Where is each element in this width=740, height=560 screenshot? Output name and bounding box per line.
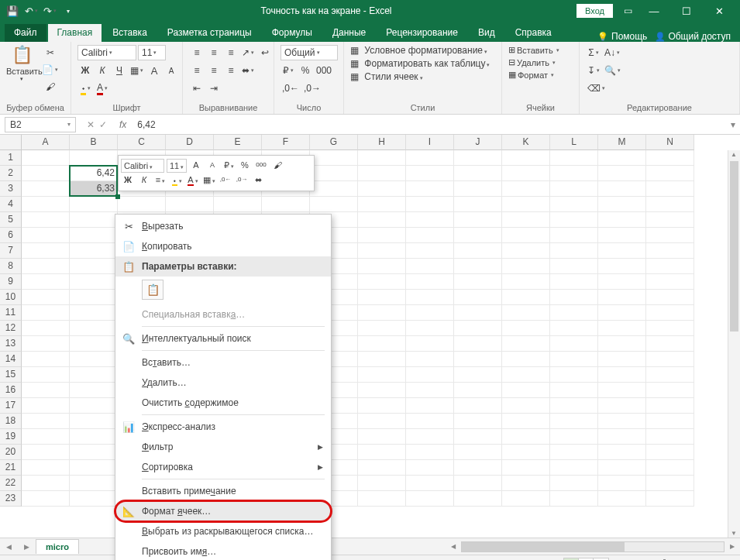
col-header[interactable]: G bbox=[310, 135, 358, 150]
row-header[interactable]: 23 bbox=[0, 491, 22, 507]
ctx-insert[interactable]: Вставить… bbox=[115, 352, 331, 373]
accounting-icon[interactable]: ₽ bbox=[281, 63, 296, 78]
maximize-button[interactable]: ☐ bbox=[670, 0, 703, 22]
cell[interactable] bbox=[502, 212, 550, 228]
ctx-copy[interactable]: 📄Копировать bbox=[115, 236, 331, 256]
paste-default-icon[interactable]: 📋 bbox=[142, 280, 163, 300]
cell[interactable] bbox=[358, 414, 406, 429]
cell[interactable] bbox=[406, 305, 454, 321]
cell[interactable] bbox=[358, 383, 406, 398]
col-header[interactable]: F bbox=[262, 135, 310, 150]
cell[interactable] bbox=[550, 212, 598, 228]
cell[interactable] bbox=[550, 352, 598, 367]
cell[interactable] bbox=[646, 150, 694, 166]
cell[interactable] bbox=[550, 429, 598, 445]
cell[interactable] bbox=[454, 398, 502, 414]
row-header[interactable]: 22 bbox=[0, 476, 22, 491]
cell[interactable] bbox=[358, 352, 406, 367]
cell[interactable] bbox=[502, 290, 550, 305]
mini-align-icon[interactable]: ≡ bbox=[153, 173, 167, 187]
column-headers[interactable]: ABCDEFGHIJKLMN bbox=[22, 135, 728, 150]
redo-icon[interactable]: ↷ bbox=[42, 3, 57, 19]
cell[interactable] bbox=[502, 150, 550, 166]
cell[interactable] bbox=[598, 290, 646, 305]
cell[interactable] bbox=[406, 445, 454, 460]
sheet-next-icon[interactable]: ▶ bbox=[18, 543, 36, 551]
mini-comma-icon[interactable]: 000 bbox=[254, 159, 268, 173]
mini-dec-decimal-icon[interactable]: ,0→ bbox=[235, 173, 249, 187]
cell[interactable]: 6,33 bbox=[70, 181, 118, 197]
cell[interactable] bbox=[70, 336, 118, 352]
cell[interactable] bbox=[502, 166, 550, 181]
mini-font-size[interactable]: 11 bbox=[167, 159, 187, 173]
cell[interactable] bbox=[646, 181, 694, 197]
col-header[interactable]: H bbox=[358, 135, 406, 150]
cell[interactable] bbox=[550, 336, 598, 352]
row-header[interactable]: 10 bbox=[0, 290, 22, 305]
cell[interactable] bbox=[22, 243, 70, 259]
bold-button[interactable]: Ж bbox=[77, 63, 93, 78]
mini-font-color-icon[interactable]: A bbox=[186, 173, 200, 187]
cell[interactable] bbox=[70, 476, 118, 491]
cell[interactable] bbox=[454, 383, 502, 398]
cell[interactable] bbox=[646, 274, 694, 290]
cell[interactable] bbox=[22, 429, 70, 445]
row-header[interactable]: 14 bbox=[0, 352, 22, 367]
cell[interactable] bbox=[454, 491, 502, 507]
cell[interactable] bbox=[454, 336, 502, 352]
cell[interactable] bbox=[22, 321, 70, 336]
tab-formulas[interactable]: Формулы bbox=[263, 24, 322, 42]
view-page-layout-icon[interactable]: ▥ bbox=[578, 558, 594, 561]
row-header[interactable]: 2 bbox=[0, 166, 22, 181]
cell[interactable] bbox=[406, 166, 454, 181]
row-header[interactable]: 12 bbox=[0, 321, 22, 336]
row-header[interactable]: 21 bbox=[0, 460, 22, 476]
cell[interactable] bbox=[22, 336, 70, 352]
cell[interactable] bbox=[22, 460, 70, 476]
clear-icon[interactable]: ⌫ bbox=[586, 81, 607, 96]
cell[interactable] bbox=[646, 476, 694, 491]
cell[interactable] bbox=[646, 445, 694, 460]
cell[interactable] bbox=[550, 491, 598, 507]
cell[interactable] bbox=[70, 197, 118, 212]
cell[interactable] bbox=[550, 367, 598, 383]
col-header[interactable]: B bbox=[70, 135, 118, 150]
cell[interactable] bbox=[358, 197, 406, 212]
col-header[interactable]: K bbox=[502, 135, 550, 150]
increase-indent-icon[interactable]: ⇥ bbox=[206, 81, 222, 96]
accept-input-icon[interactable]: ✓ bbox=[99, 119, 107, 130]
align-bottom-icon[interactable]: ≡ bbox=[223, 45, 239, 60]
cell[interactable] bbox=[358, 290, 406, 305]
cell[interactable] bbox=[70, 491, 118, 507]
cell[interactable] bbox=[502, 414, 550, 429]
ctx-cut[interactable]: ✂Вырезать bbox=[115, 216, 331, 236]
find-select-icon[interactable]: 🔍 bbox=[603, 63, 622, 78]
conditional-fmt-button[interactable]: Условное форматирование bbox=[364, 45, 487, 56]
cell[interactable] bbox=[598, 305, 646, 321]
cell[interactable] bbox=[454, 259, 502, 274]
tab-home[interactable]: Главная bbox=[48, 24, 102, 42]
fill-color-button[interactable]: ⬩ bbox=[77, 81, 93, 96]
cell[interactable] bbox=[406, 321, 454, 336]
row-header[interactable]: 3 bbox=[0, 181, 22, 197]
cell[interactable] bbox=[358, 476, 406, 491]
tab-view[interactable]: Вид bbox=[469, 24, 504, 42]
cell[interactable] bbox=[406, 383, 454, 398]
ctx-pick-from-list[interactable]: Выбрать из раскрывающегося списка… bbox=[115, 521, 331, 541]
row-header[interactable]: 13 bbox=[0, 336, 22, 352]
cell[interactable] bbox=[406, 228, 454, 243]
cell[interactable] bbox=[358, 259, 406, 274]
cell[interactable] bbox=[22, 383, 70, 398]
row-headers[interactable]: 1234567891011121314151617181920212223 bbox=[0, 150, 22, 507]
cell[interactable] bbox=[454, 212, 502, 228]
cell[interactable] bbox=[598, 460, 646, 476]
cell[interactable] bbox=[358, 445, 406, 460]
cell[interactable] bbox=[646, 429, 694, 445]
cell[interactable] bbox=[406, 243, 454, 259]
cell[interactable] bbox=[22, 305, 70, 321]
grow-font-button[interactable]: A bbox=[146, 63, 162, 78]
cell[interactable] bbox=[406, 429, 454, 445]
col-header[interactable]: E bbox=[214, 135, 262, 150]
row-header[interactable]: 18 bbox=[0, 414, 22, 429]
sheet-prev-icon[interactable]: ◀ bbox=[0, 543, 18, 551]
